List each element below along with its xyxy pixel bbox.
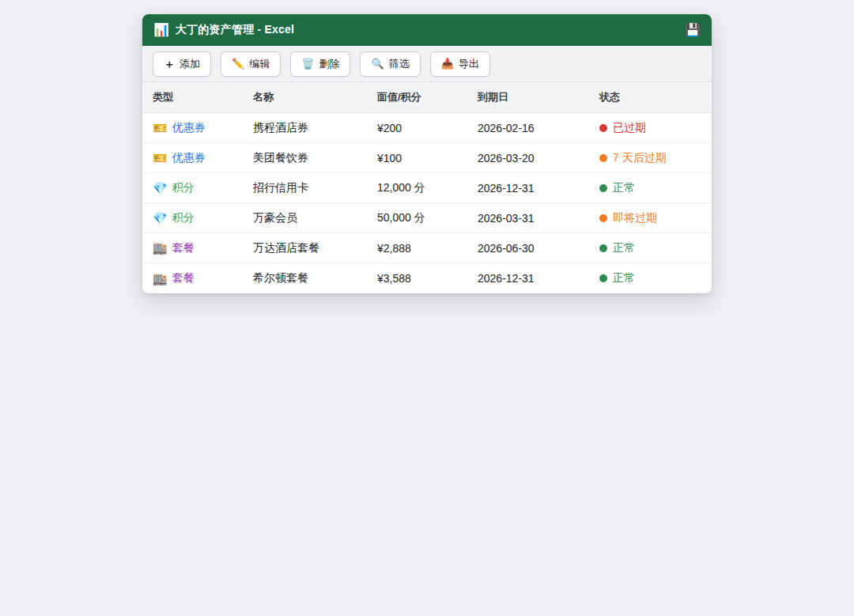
export-button-label: 导出 bbox=[459, 57, 479, 71]
filter-button-label: 筛选 bbox=[389, 57, 410, 71]
status-dot bbox=[599, 214, 607, 222]
toolbar: ＋ 添加 ✏️ 编辑 🗑️ 删除 🔍 筛选 📥 导出 bbox=[142, 46, 712, 82]
asset-value: ¥2,888 bbox=[377, 242, 478, 255]
app-window: 📊 大丁的资产管理 - Excel 💾 ＋ 添加 ✏️ 编辑 🗑️ 删除 🔍 筛… bbox=[142, 14, 712, 293]
column-header-value: 面值/积分 bbox=[377, 90, 478, 104]
status-dot bbox=[599, 124, 607, 132]
asset-value: 12,000 分 bbox=[377, 181, 478, 195]
type-label: 套餐 bbox=[172, 241, 195, 255]
window-title: 大丁的资产管理 - Excel bbox=[176, 23, 294, 37]
filter-button[interactable]: 🔍 筛选 bbox=[360, 51, 420, 77]
table-row[interactable]: 🎫 优惠券 携程酒店券 ¥200 2026-02-16 已过期 bbox=[142, 113, 712, 143]
column-header-name: 名称 bbox=[253, 90, 377, 104]
column-header-status: 状态 bbox=[599, 90, 701, 104]
type-label: 积分 bbox=[172, 181, 195, 195]
table-row[interactable]: 🏬 套餐 希尔顿套餐 ¥3,588 2026-12-31 正常 bbox=[142, 263, 712, 293]
table-header-row: 类型 名称 面值/积分 到期日 状态 bbox=[142, 82, 712, 113]
magnifier-icon: 🔍 bbox=[371, 59, 384, 69]
asset-name: 万达酒店套餐 bbox=[253, 241, 377, 255]
add-button-label: 添加 bbox=[179, 57, 200, 71]
status-dot bbox=[599, 244, 607, 252]
asset-name: 携程酒店券 bbox=[253, 121, 377, 135]
floppy-disk-icon[interactable]: 💾 bbox=[685, 24, 701, 36]
type-label: 优惠券 bbox=[172, 151, 206, 165]
column-header-type: 类型 bbox=[153, 90, 253, 104]
status-label: 正常 bbox=[613, 181, 635, 195]
type-icon: 🎫 bbox=[153, 122, 168, 134]
asset-name: 招行信用卡 bbox=[253, 181, 377, 195]
titlebar: 📊 大丁的资产管理 - Excel 💾 bbox=[142, 14, 712, 46]
trash-icon: 🗑️ bbox=[301, 59, 314, 69]
inbox-tray-icon: 📥 bbox=[441, 59, 454, 69]
plus-icon: ＋ bbox=[164, 59, 175, 70]
type-icon: 💎 bbox=[153, 182, 168, 194]
asset-name: 美团餐饮券 bbox=[253, 151, 377, 165]
delete-button-label: 删除 bbox=[319, 57, 339, 71]
type-icon: 🏬 bbox=[153, 273, 168, 285]
asset-value: ¥3,588 bbox=[377, 272, 478, 285]
asset-value: ¥200 bbox=[377, 122, 478, 134]
table-body: 🎫 优惠券 携程酒店券 ¥200 2026-02-16 已过期 🎫 优惠券 美团… bbox=[142, 113, 712, 293]
status-label: 即将过期 bbox=[613, 211, 657, 225]
delete-button[interactable]: 🗑️ 删除 bbox=[290, 51, 350, 77]
expiry-date: 2026-06-30 bbox=[478, 242, 599, 255]
status-label: 正常 bbox=[613, 271, 635, 285]
export-button[interactable]: 📥 导出 bbox=[430, 51, 490, 77]
status-label: 已过期 bbox=[613, 121, 646, 135]
type-label: 套餐 bbox=[172, 271, 195, 285]
table-row[interactable]: 🏬 套餐 万达酒店套餐 ¥2,888 2026-06-30 正常 bbox=[142, 233, 712, 263]
table-row[interactable]: 🎫 优惠券 美团餐饮券 ¥100 2026-03-20 7 天后过期 bbox=[142, 143, 712, 173]
expiry-date: 2026-02-16 bbox=[478, 122, 599, 134]
type-icon: 🎫 bbox=[153, 152, 168, 164]
bar-chart-icon: 📊 bbox=[153, 24, 169, 36]
status-label: 正常 bbox=[613, 241, 635, 255]
edit-button-label: 编辑 bbox=[249, 57, 270, 71]
expiry-date: 2026-12-31 bbox=[478, 272, 599, 285]
status-dot bbox=[599, 274, 607, 282]
asset-name: 希尔顿套餐 bbox=[253, 271, 377, 285]
asset-value: 50,000 分 bbox=[377, 211, 478, 225]
assets-table: 类型 名称 面值/积分 到期日 状态 🎫 优惠券 携程酒店券 ¥200 2026… bbox=[142, 82, 712, 293]
column-header-expiry: 到期日 bbox=[478, 90, 599, 104]
expiry-date: 2026-03-31 bbox=[478, 212, 599, 225]
type-icon: 🏬 bbox=[153, 242, 168, 254]
asset-value: ¥100 bbox=[377, 152, 478, 164]
pencil-icon: ✏️ bbox=[232, 59, 244, 69]
type-label: 积分 bbox=[172, 211, 195, 225]
type-icon: 💎 bbox=[153, 212, 168, 224]
status-label: 7 天后过期 bbox=[613, 151, 667, 165]
add-button[interactable]: ＋ 添加 bbox=[153, 51, 211, 77]
type-label: 优惠券 bbox=[172, 121, 206, 135]
asset-name: 万豪会员 bbox=[253, 211, 377, 225]
table-row[interactable]: 💎 积分 万豪会员 50,000 分 2026-03-31 即将过期 bbox=[142, 203, 712, 233]
status-dot bbox=[599, 154, 607, 162]
expiry-date: 2026-12-31 bbox=[478, 182, 599, 195]
status-dot bbox=[599, 184, 607, 192]
edit-button[interactable]: ✏️ 编辑 bbox=[221, 51, 281, 77]
table-row[interactable]: 💎 积分 招行信用卡 12,000 分 2026-12-31 正常 bbox=[142, 173, 712, 203]
expiry-date: 2026-03-20 bbox=[478, 152, 599, 164]
